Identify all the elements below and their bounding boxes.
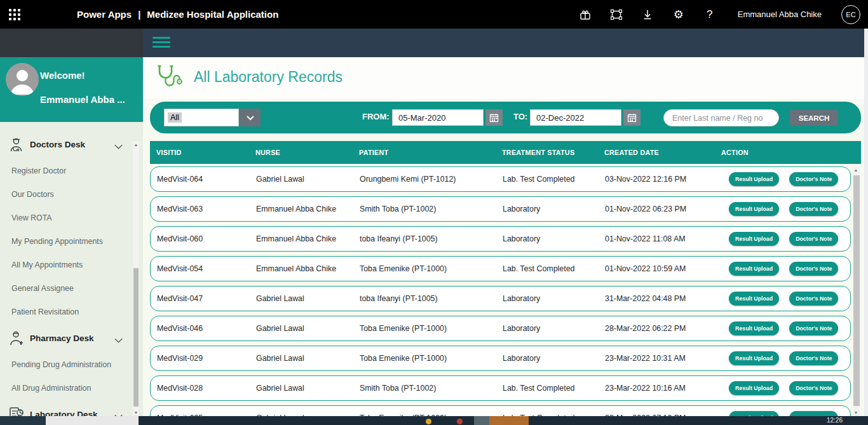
sidebar-item-all-drug-administration[interactable]: All Drug Administration — [0, 376, 131, 400]
filter-bar: All FROM: 05-Mar-2020 TO: 02-Dec-2022 En… — [150, 102, 861, 133]
cell-created: 01-Nov-2022 10:59 AM — [605, 264, 722, 273]
help-icon[interactable]: ? — [703, 8, 717, 22]
sidebar-section-pharmacy-desk[interactable]: Pharmacy Desk — [0, 323, 131, 353]
taskbar-app-icon[interactable] — [457, 419, 463, 424]
brand-separator: | — [138, 9, 140, 20]
cell-status: Lab. Test Completed — [503, 384, 605, 393]
cell-created: 23-Mar-2022 10:31 AM — [605, 354, 722, 363]
search-input[interactable]: Enter Last name / Reg no — [663, 109, 779, 126]
cell-patient: toba Ifeanyi (PT-1005) — [360, 234, 503, 243]
column-header-action: ACTION — [721, 149, 861, 156]
taskbar-search-area[interactable] — [46, 416, 139, 425]
sidebar: Welcome! Emmanuel Abba ... Doctors DeskR… — [0, 57, 143, 416]
avatar-initials: EC — [846, 11, 855, 18]
result-upload-button[interactable]: Result Upload — [729, 202, 779, 216]
from-date-input[interactable]: 05-Mar-2020 — [392, 109, 484, 126]
category-dropdown-value[interactable]: All — [164, 109, 239, 126]
doctors-note-button[interactable]: Doctor's Note — [789, 262, 838, 276]
doctors-note-button[interactable]: Doctor's Note — [789, 292, 838, 306]
sidebar-item-pending-drug-administration[interactable]: Pending Drug Administration — [0, 353, 131, 376]
from-calendar-button[interactable] — [485, 109, 503, 126]
table-scrollbar-thumb[interactable] — [853, 175, 860, 406]
sidebar-item-patient-revisitation[interactable]: Patient Revisitation — [0, 300, 131, 323]
taskbar-active-app[interactable] — [474, 416, 489, 425]
user-avatar[interactable]: EC — [841, 5, 860, 24]
to-date-input[interactable]: 02-Dec-2022 — [530, 109, 621, 126]
sidebar-avatar[interactable] — [6, 63, 39, 96]
sidebar-item-view-rota[interactable]: View ROTA — [0, 206, 131, 229]
cell-patient: Toba Emenike (PT-1000) — [360, 264, 503, 273]
cell-status: Lab. Test Completed — [503, 264, 605, 273]
result-upload-button[interactable]: Result Upload — [729, 232, 779, 246]
lab-icon — [8, 406, 25, 417]
cell-created: 23-Mar-2022 10:16 AM — [605, 384, 722, 393]
cell-nurse: Emmanuel Abba Chike — [256, 205, 360, 213]
dropdown-chevron-button[interactable] — [240, 109, 261, 126]
waffle-menu-button[interactable] — [0, 0, 29, 29]
result-upload-button[interactable]: Result Upload — [729, 351, 779, 365]
search-button[interactable]: SEARCH — [790, 110, 838, 126]
sidebar-item-all-my-appointments[interactable]: All My Appointments — [0, 253, 131, 276]
cell-action: Result Upload Doctor's Note — [722, 381, 850, 395]
result-upload-button[interactable]: Result Upload — [729, 172, 779, 186]
doctors-note-button[interactable]: Doctor's Note — [789, 232, 838, 246]
fit-to-screen-icon[interactable] — [609, 8, 623, 22]
taskbar-start-area[interactable] — [0, 416, 46, 425]
sidebar-section-laboratory-desk[interactable]: Laboratory Desk — [0, 400, 131, 416]
scroll-up-icon[interactable]: ▲ — [133, 141, 139, 148]
sidebar-scrollbar-thumb[interactable] — [133, 268, 139, 407]
scroll-down-icon[interactable]: ▼ — [853, 409, 859, 416]
settings-icon[interactable]: ⚙ — [672, 8, 686, 22]
doctors-note-button[interactable]: Doctor's Note — [789, 351, 838, 365]
table-row: MedVisit-025 Gabriel Lawal Toba Emenike … — [150, 405, 851, 416]
sidebar-item-register-doctor[interactable]: Register Doctor — [0, 159, 131, 182]
scroll-up-icon[interactable]: ▲ — [853, 166, 859, 173]
cell-action: Result Upload Doctor's Note — [722, 411, 850, 416]
sidebar-item-general-assignee[interactable]: General Assignee — [0, 276, 131, 300]
download-icon[interactable] — [641, 8, 654, 22]
calendar-icon — [489, 113, 499, 123]
doctors-note-button[interactable]: Doctor's Note — [789, 202, 838, 216]
cell-created: 01-Nov-2022 06:23 PM — [605, 205, 722, 213]
result-upload-button[interactable]: Result Upload — [729, 262, 779, 276]
app-title: Power Apps | Medizee Hospital Applicatio… — [77, 9, 278, 20]
app-nav-bar — [0, 29, 868, 57]
table-scrollbar[interactable]: ▲ ▼ — [853, 166, 860, 416]
windows-taskbar[interactable]: 12:26 — [0, 416, 868, 425]
taskbar-app-icon[interactable] — [426, 419, 431, 424]
taskbar-app-icon[interactable] — [489, 416, 529, 425]
cell-created: 31-Mar-2022 04:48 PM — [605, 294, 722, 303]
column-header-visitid: VISITID — [156, 149, 255, 156]
hamburger-menu-icon[interactable] — [153, 37, 170, 51]
cell-nurse: Gabriel Lawal — [256, 294, 360, 303]
column-header-nurse: NURSE — [255, 149, 359, 156]
calendar-icon — [627, 113, 637, 123]
result-upload-button[interactable]: Result Upload — [729, 381, 779, 395]
sidebar-section-doctors-desk[interactable]: Doctors Desk — [0, 130, 131, 159]
main-content: All Laboratory Records All FROM: 05-Mar-… — [143, 57, 864, 416]
sidebar-scrollbar[interactable]: ▲ ▼ — [133, 141, 139, 416]
cell-visitid: MedVisit-054 — [157, 264, 256, 273]
cell-status: Laboratory — [503, 205, 605, 213]
sidebar-menu: Doctors DeskRegister DoctorOur DoctorsVi… — [0, 122, 131, 416]
doctor-icon — [8, 136, 25, 153]
doctors-note-button[interactable]: Doctor's Note — [789, 381, 838, 395]
scroll-down-icon[interactable]: ▼ — [133, 409, 139, 416]
from-label: FROM: — [362, 112, 390, 121]
gift-icon[interactable] — [578, 8, 592, 22]
doctors-note-button[interactable]: Doctor's Note — [789, 321, 838, 335]
to-calendar-button[interactable] — [623, 109, 641, 126]
cell-patient: Orungbemi Kemi (PT-1012) — [360, 175, 503, 184]
category-dropdown[interactable]: All — [164, 109, 261, 126]
powerapps-top-bar: Power Apps | Medizee Hospital Applicatio… — [0, 0, 868, 29]
doctors-note-button[interactable]: Doctor's Note — [789, 411, 838, 416]
sidebar-item-my-pending-appointments[interactable]: My Pending Appointments — [0, 229, 131, 253]
result-upload-button[interactable]: Result Upload — [729, 411, 779, 416]
cell-created: 28-Mar-2022 06:22 PM — [605, 324, 722, 333]
cell-nurse: Gabriel Lawal — [256, 354, 360, 363]
table-header: VISITIDNURSEPATIENTTREATMENT STATUSCREAT… — [150, 141, 861, 164]
result-upload-button[interactable]: Result Upload — [729, 321, 779, 335]
sidebar-item-our-doctors[interactable]: Our Doctors — [0, 182, 131, 206]
doctors-note-button[interactable]: Doctor's Note — [789, 172, 838, 186]
result-upload-button[interactable]: Result Upload — [729, 292, 779, 306]
